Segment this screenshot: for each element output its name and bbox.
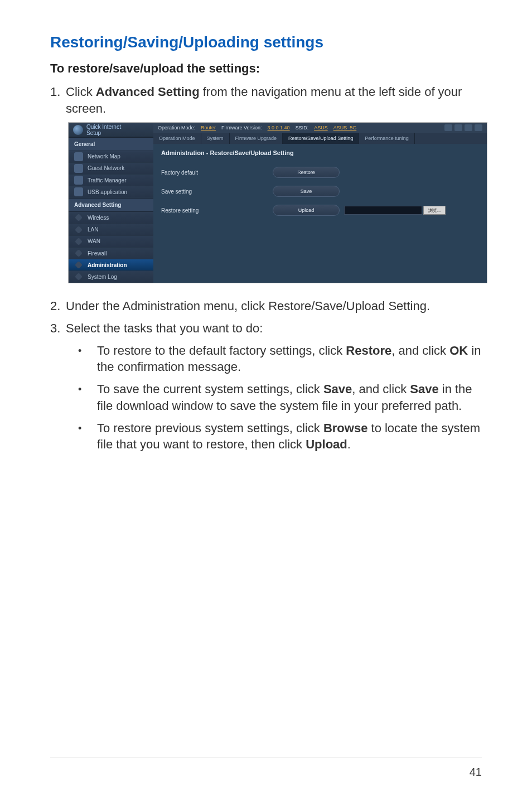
sidebar-item-system-log[interactable]: System Log	[69, 271, 153, 283]
administration-icon	[75, 261, 83, 269]
b1-d: OK	[449, 344, 468, 357]
b2-a: To save the current system settings, cli…	[97, 382, 323, 396]
step-1-text-b: Advanced Setting	[96, 85, 200, 99]
restore-setting-label: Restore setting	[161, 207, 273, 214]
step-2-number: 2.	[50, 298, 66, 315]
b2-c: , and click	[352, 382, 410, 396]
step-2: 2. Under the Administration menu, click …	[50, 298, 482, 315]
step-1-number: 1.	[50, 84, 66, 117]
bullet-3-dot: •	[78, 420, 97, 453]
save-setting-label: Save setting	[161, 189, 273, 195]
sidebar-item-guest-network[interactable]: Guest Network	[69, 163, 153, 175]
wan-icon	[75, 238, 83, 245]
router-screenshot: Quick Internet Setup General Network Map…	[68, 122, 487, 283]
section-advanced: Advanced Setting	[69, 198, 153, 212]
info-bar: Operation Mode: Router Firmware Version:…	[153, 123, 487, 133]
upload-button[interactable]: Upload	[273, 205, 340, 216]
page-subtitle: To restore/save/upload the settings:	[50, 61, 482, 76]
nav-wireless-label: Wireless	[88, 215, 109, 221]
b1-b: Restore	[346, 344, 391, 357]
bullet-2-dot: •	[78, 381, 97, 414]
step-3-text: Select the tasks that you want to do:	[66, 320, 482, 337]
sidebar-item-administration[interactable]: Administration	[69, 259, 153, 271]
sidebar-item-network-map[interactable]: Network Map	[69, 151, 153, 163]
opmode-label: Operation Mode:	[158, 125, 195, 131]
row-factory-default: Factory default Restore	[161, 164, 479, 181]
bullet-3-text: To restore previous system settings, cli…	[97, 420, 482, 453]
tray-icon-1[interactable]	[444, 124, 452, 131]
nav-wan-label: WAN	[88, 238, 100, 244]
bullet-1-text: To restore to the default factory settin…	[97, 342, 482, 375]
sidebar-item-usb-application[interactable]: USB application	[69, 186, 153, 198]
bullet-3: • To restore previous system settings, c…	[78, 420, 482, 453]
router-sidebar: Quick Internet Setup General Network Map…	[69, 123, 153, 283]
browse-button[interactable]: 浏览...	[423, 206, 446, 215]
settings-panel: Administration - Restore/Save/Upload Set…	[153, 144, 487, 283]
bullet-1: • To restore to the default factory sett…	[78, 342, 482, 375]
bullet-2: • To save the current system settings, c…	[78, 381, 482, 414]
tab-restore-save-upload[interactable]: Restore/Save/Upload Setting	[283, 133, 359, 144]
nav-network-map-label: Network Map	[88, 153, 120, 160]
fw-label: Firmware Version:	[221, 125, 262, 131]
step-1: 1. Click Advanced Setting from the navig…	[50, 84, 482, 117]
sidebar-item-firewall[interactable]: Firewall	[69, 248, 153, 259]
network-map-icon	[74, 152, 83, 161]
qis-icon	[73, 125, 83, 135]
step-3-number: 3.	[50, 320, 66, 337]
ssid-value-1[interactable]: ASUS	[314, 125, 328, 131]
qis-label-line1: Quick Internet	[86, 124, 121, 130]
row-save-setting: Save setting Save	[161, 183, 479, 200]
b3-a: To restore previous system settings, cli…	[97, 421, 323, 435]
firewall-icon	[75, 249, 83, 257]
tab-operation-mode[interactable]: Operation Mode	[153, 133, 201, 144]
b2-b: Save	[323, 382, 352, 396]
bullet-2-text: To save the current system settings, cli…	[97, 381, 482, 414]
step-1-text-a: Click	[66, 85, 96, 99]
restore-button[interactable]: Restore	[273, 167, 340, 178]
step-3: 3. Select the tasks that you want to do:	[50, 320, 482, 337]
b1-c: , and click	[391, 344, 449, 357]
row-restore-setting: Restore setting Upload 浏览...	[161, 202, 479, 219]
step-1-text: Click Advanced Setting from the navigati…	[66, 84, 482, 117]
system-log-icon	[75, 273, 83, 281]
qis-label-line2: Setup	[86, 130, 121, 136]
sidebar-item-wan[interactable]: WAN	[69, 236, 153, 248]
quick-internet-setup[interactable]: Quick Internet Setup	[69, 123, 153, 137]
nav-lan-label: LAN	[88, 226, 98, 233]
nav-traffic-label: Traffic Manager	[88, 177, 126, 183]
traffic-manager-icon	[74, 176, 83, 185]
tray-icon-4[interactable]	[475, 124, 482, 131]
save-button[interactable]: Save	[273, 186, 340, 197]
lan-icon	[75, 226, 83, 234]
b2-d: Save	[410, 382, 438, 396]
tab-firmware-upgrade[interactable]: Firmware Upgrade	[230, 133, 283, 144]
wireless-icon	[75, 214, 83, 221]
fw-value[interactable]: 3.0.0.1.40	[268, 125, 290, 131]
section-general: General	[69, 137, 153, 151]
file-path-input[interactable]	[344, 206, 422, 215]
nav-firewall-label: Firewall	[88, 250, 107, 257]
sidebar-item-traffic-manager[interactable]: Traffic Manager	[69, 175, 153, 186]
nav-syslog-label: System Log	[88, 274, 117, 280]
tab-performance-tuning[interactable]: Performance tuning	[359, 133, 415, 144]
tab-bar: Operation Mode System Firmware Upgrade R…	[153, 133, 487, 144]
b3-d: Upload	[306, 437, 347, 451]
step-2-text: Under the Administration menu, click Res…	[66, 298, 482, 315]
panel-title: Administration - Restore/Save/Upload Set…	[161, 149, 479, 156]
tab-system[interactable]: System	[201, 133, 230, 144]
nav-guest-label: Guest Network	[88, 165, 124, 171]
sidebar-item-lan[interactable]: LAN	[69, 224, 153, 236]
bullet-1-dot: •	[78, 342, 97, 375]
b3-e: .	[347, 437, 351, 451]
qis-label: Quick Internet Setup	[86, 124, 121, 136]
opmode-value[interactable]: Router	[201, 125, 216, 131]
page-title: Restoring/Saving/Uploading settings	[50, 33, 482, 51]
tray-icon-3[interactable]	[465, 124, 472, 131]
ssid-value-2[interactable]: ASUS_5G	[333, 125, 357, 131]
page-number: 41	[470, 766, 482, 779]
ssid-label: SSID:	[296, 125, 309, 131]
b1-a: To restore to the default factory settin…	[97, 344, 346, 357]
sidebar-item-wireless[interactable]: Wireless	[69, 212, 153, 224]
nav-admin-label: Administration	[88, 262, 127, 268]
tray-icon-2[interactable]	[454, 124, 462, 131]
